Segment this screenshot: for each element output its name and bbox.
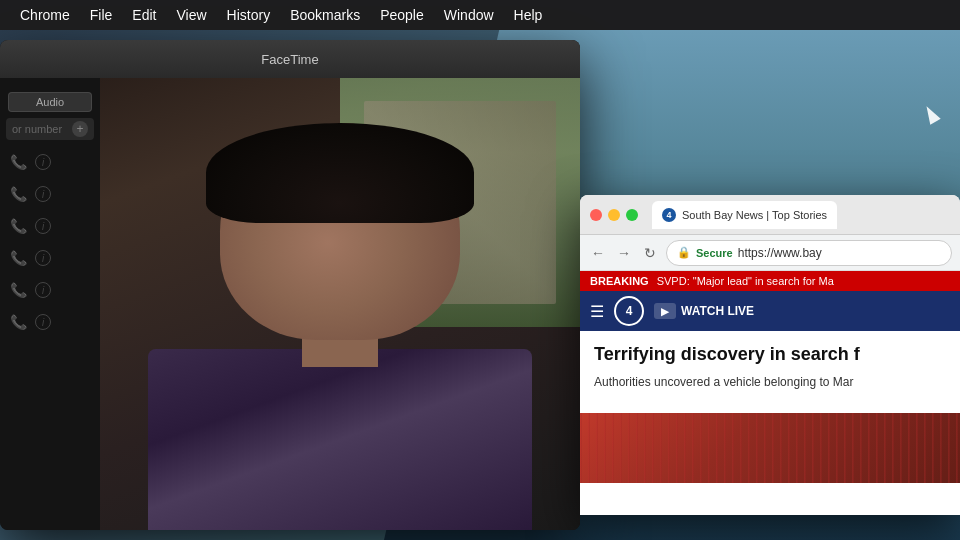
facetime-video [100, 78, 580, 530]
info-icon[interactable]: i [35, 186, 51, 202]
menu-view[interactable]: View [166, 0, 216, 30]
maximize-button[interactable] [626, 209, 638, 221]
facetime-sidebar: Audio or number + 📞 i 📞 i 📞 i 📞 i 📞 i 📞 [0, 78, 100, 530]
contact-row[interactable]: 📞 i [0, 146, 100, 178]
article-image [580, 413, 960, 483]
info-icon[interactable]: i [35, 218, 51, 234]
secure-icon: 🔒 [677, 246, 691, 259]
contact-row[interactable]: 📞 i [0, 242, 100, 274]
contact-row[interactable]: 📞 i [0, 210, 100, 242]
browser-titlebar: 4 South Bay News | Top Stories [580, 195, 960, 235]
info-icon[interactable]: i [35, 314, 51, 330]
search-placeholder: or number [12, 123, 72, 135]
menu-edit[interactable]: Edit [122, 0, 166, 30]
breaking-news-bar: BREAKING SVPD: "Major lead" in search fo… [580, 271, 960, 291]
minimize-button[interactable] [608, 209, 620, 221]
forward-button[interactable]: → [614, 243, 634, 263]
back-button[interactable]: ← [588, 243, 608, 263]
add-contact-button[interactable]: + [72, 121, 88, 137]
play-icon: ▶ [654, 303, 676, 319]
article-headline: Terrifying discovery in search f [594, 343, 946, 366]
breaking-text: SVPD: "Major lead" in search for Ma [657, 275, 834, 287]
phone-icon: 📞 [10, 154, 27, 170]
news-navigation: ☰ 4 ▶ WATCH LIVE [580, 291, 960, 331]
search-row[interactable]: or number + [6, 118, 94, 140]
menu-window[interactable]: Window [434, 0, 504, 30]
phone-icon: 📞 [10, 314, 27, 330]
audio-button[interactable]: Audio [8, 92, 92, 112]
menu-bookmarks[interactable]: Bookmarks [280, 0, 370, 30]
video-feed [100, 78, 580, 530]
watch-live-label: WATCH LIVE [681, 304, 754, 318]
url-text: https://www.bay [738, 246, 822, 260]
reload-button[interactable]: ↻ [640, 243, 660, 263]
facetime-title: FaceTime [261, 52, 318, 67]
info-icon[interactable]: i [35, 250, 51, 266]
contact-row[interactable]: 📞 i [0, 178, 100, 210]
tab-favicon: 4 [662, 208, 676, 222]
facetime-titlebar: FaceTime [0, 40, 580, 78]
tab-title: South Bay News | Top Stories [682, 209, 827, 221]
phone-icon: 📞 [10, 218, 27, 234]
menu-people[interactable]: People [370, 0, 434, 30]
browser-toolbar: ← → ↻ 🔒 Secure https://www.bay [580, 235, 960, 271]
phone-icon: 📞 [10, 186, 27, 202]
menu-chrome[interactable]: Chrome [10, 0, 80, 30]
address-bar[interactable]: 🔒 Secure https://www.bay [666, 240, 952, 266]
menu-bar: Chrome File Edit View History Bookmarks … [0, 0, 960, 30]
hamburger-icon[interactable]: ☰ [590, 302, 604, 321]
contact-row[interactable]: 📞 i [0, 306, 100, 338]
contact-row[interactable]: 📞 i [0, 274, 100, 306]
menu-history[interactable]: History [217, 0, 281, 30]
person-shirt [148, 349, 532, 530]
channel-logo: 4 [614, 296, 644, 326]
phone-icon: 📞 [10, 282, 27, 298]
close-button[interactable] [590, 209, 602, 221]
secure-label: Secure [696, 247, 733, 259]
breaking-label: BREAKING [590, 275, 649, 287]
watch-live-button[interactable]: ▶ WATCH LIVE [654, 303, 754, 319]
info-icon[interactable]: i [35, 282, 51, 298]
article-content: Terrifying discovery in search f Authori… [580, 331, 960, 413]
browser-tab[interactable]: 4 South Bay News | Top Stories [652, 201, 837, 229]
menu-file[interactable]: File [80, 0, 123, 30]
person-hair [206, 123, 475, 222]
facetime-window: FaceTime Audio or number + 📞 i 📞 i 📞 i 📞… [0, 40, 580, 530]
menu-help[interactable]: Help [504, 0, 553, 30]
info-icon[interactable]: i [35, 154, 51, 170]
browser-window: 4 South Bay News | Top Stories ← → ↻ 🔒 S… [580, 195, 960, 515]
article-subtext: Authorities uncovered a vehicle belongin… [594, 374, 946, 391]
phone-icon: 📞 [10, 250, 27, 266]
